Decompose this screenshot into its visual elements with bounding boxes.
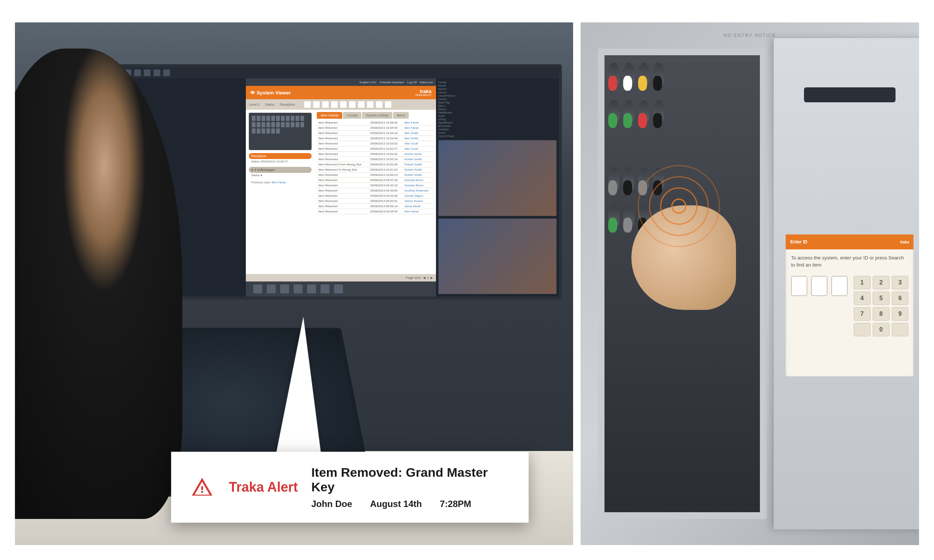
touch-screen[interactable]: Enter ID traka To access the system, ent… [786, 234, 914, 376]
activity-row[interactable]: Item Removed25/06/2013 10:03:44Ben Smith [317, 136, 433, 141]
pager-next[interactable]: ▶ [430, 276, 433, 280]
key-slot[interactable] [623, 167, 634, 190]
key-slot[interactable] [623, 205, 634, 227]
users-icon[interactable] [267, 285, 276, 294]
key-slot[interactable] [608, 167, 620, 190]
tab-access[interactable]: Access [343, 112, 361, 119]
key-slot[interactable] [623, 63, 634, 85]
activity-row[interactable]: Item Returned25/06/2013 09:57:20Duncan B… [317, 178, 433, 183]
key-slot[interactable] [608, 100, 620, 123]
keypad-key-1[interactable]: 1 [854, 276, 871, 289]
activity-row[interactable]: Item Removed25/06/2013 09:02:31Simon Rou… [317, 198, 433, 204]
panel-icon[interactable] [294, 285, 303, 294]
sidebar-item[interactable]: Admin [438, 131, 557, 134]
toolbar-button[interactable] [322, 101, 329, 108]
nav-status[interactable]: Status [265, 103, 274, 106]
keypad-key-8[interactable]: 8 [873, 307, 889, 321]
activity-row[interactable]: Item Returned25/06/2013 08:56:14Steve Ne… [317, 204, 433, 209]
sidebar-item[interactable]: Control [438, 97, 557, 101]
key-slot[interactable] [653, 63, 664, 85]
activity-row[interactable]: Item Removed25/06/2013 09:42:18Duncan Br… [317, 183, 433, 188]
activity-row[interactable]: Item Removed25/06/2013 10:02:22Emma Ston… [317, 152, 433, 157]
lang-selector[interactable]: English (UK) [359, 81, 376, 84]
toolbar-icon[interactable] [134, 69, 141, 76]
network-icon[interactable] [280, 285, 289, 294]
keypad-key-5[interactable]: 5 [873, 292, 889, 305]
nav-level1[interactable]: Level 1 [249, 103, 260, 106]
activity-row[interactable]: Item Removed From Wrong Slot25/06/2013 1… [317, 162, 433, 167]
sidebar-item[interactable]: Report [438, 108, 557, 111]
keypad-key-3[interactable]: 3 [892, 276, 909, 289]
toolbar-button[interactable] [313, 101, 320, 108]
sidebar-item[interactable]: Leave/Present [438, 94, 557, 97]
keypad-key-0[interactable]: 0 [873, 323, 889, 336]
keypad-key-2[interactable]: 2 [873, 276, 889, 289]
activity-row[interactable]: Item Removed25/06/2013 10:03:02Alex Scot… [317, 141, 433, 146]
key-slot[interactable] [608, 63, 620, 85]
keypad-key-6[interactable]: 6 [892, 292, 909, 305]
pager-prev[interactable]: ◀ [423, 276, 425, 280]
card-reader-slot[interactable] [804, 88, 895, 102]
sidebar-item[interactable]: BroadCast [438, 124, 557, 128]
sidebar-item[interactable]: MgmtReport [438, 121, 557, 124]
sidebar-item[interactable]: Report [438, 84, 557, 88]
camera-feed-1[interactable] [438, 140, 557, 216]
activity-row[interactable]: Item Removed25/06/2013 08:55:45Ben Farra… [317, 209, 433, 214]
sidebar-item[interactable]: Asset Mgr [438, 101, 557, 104]
sidebar-item[interactable]: Emerg [438, 118, 557, 121]
logoff-link[interactable]: Log Off [407, 81, 416, 84]
key-slot[interactable] [638, 63, 649, 85]
sidebar-item[interactable]: Search [438, 88, 557, 91]
activity-row[interactable]: Item Returned25/06/2013 10:05:49Ben Farr… [317, 125, 433, 131]
keypad-key-9[interactable]: 9 [892, 307, 909, 321]
keypad-key-blank[interactable] [892, 323, 909, 336]
activity-row[interactable]: Item Returned25/06/2013 09:39:09Godfrey … [317, 188, 433, 193]
activity-row[interactable]: Item Returned To Wrong Slot25/06/2013 10… [317, 167, 433, 172]
keypad-key-7[interactable]: 7 [854, 307, 871, 321]
sidebar-item[interactable]: Facility [438, 81, 557, 84]
activity-row[interactable]: Item Returned25/06/2013 10:08:42Ben Farr… [317, 120, 433, 125]
help-icon[interactable] [831, 276, 848, 296]
key-slot[interactable] [638, 100, 649, 123]
grid-icon[interactable] [334, 285, 343, 294]
toolbar-button[interactable] [331, 101, 338, 108]
toolbar-icon[interactable] [163, 69, 170, 76]
toolbar-button[interactable] [358, 101, 365, 108]
activity-row[interactable]: Item Returned25/06/2013 10:02:27Alex Sco… [317, 146, 433, 152]
tab-system-activity[interactable]: System Activity [362, 112, 392, 119]
site-link[interactable]: traka.com [420, 81, 433, 84]
toolbar-button[interactable] [348, 101, 356, 108]
sidebar-item[interactable]: Alarm [438, 104, 557, 108]
sidebar-item[interactable]: Overtime [438, 128, 557, 131]
toolbar-icon[interactable] [154, 69, 160, 76]
user-icon[interactable] [811, 276, 828, 296]
sidebar-item[interactable]: DataMonitor [438, 111, 557, 114]
view-icon[interactable] [253, 285, 262, 294]
keypad-key-blank[interactable] [854, 323, 871, 336]
toolbar-button[interactable] [376, 101, 383, 108]
toolbar-button[interactable] [340, 101, 347, 108]
activity-row[interactable]: Item Returned25/06/2013 09:20:28Gurvar S… [317, 193, 433, 198]
sidebar-item[interactable]: Control Panel [438, 134, 557, 138]
search-icon[interactable] [791, 276, 808, 296]
sidebar-item[interactable]: Asset [438, 114, 557, 118]
tab-item-activity[interactable]: Item Activity [317, 112, 342, 119]
activity-row[interactable]: Item Removed25/06/2013 10:02:14Robert Sm… [317, 157, 433, 162]
activity-row[interactable]: Item Removed25/06/2013 10:00:13Robert Sm… [317, 172, 433, 178]
toolbar-icon[interactable] [144, 69, 151, 76]
toolbar-button[interactable] [384, 101, 392, 108]
key-slot[interactable] [653, 100, 664, 123]
camera-icon[interactable] [307, 285, 316, 294]
key-slot[interactable] [623, 100, 634, 123]
keypad-key-4[interactable]: 4 [854, 292, 871, 305]
cabinet-graphic[interactable] [249, 113, 311, 150]
key-icon[interactable] [321, 285, 330, 294]
activity-row[interactable]: Item Returned25/06/2013 10:04:18Ben Smit… [317, 131, 433, 136]
camera-feed-2[interactable] [438, 218, 557, 295]
toolbar-button[interactable] [304, 101, 311, 108]
sidebar-item[interactable]: Launch [438, 91, 557, 94]
nav-reception[interactable]: Reception [280, 103, 295, 106]
key-slot[interactable] [608, 205, 620, 227]
toolbar-button[interactable] [367, 101, 374, 108]
tab-items[interactable]: Items [393, 112, 409, 119]
